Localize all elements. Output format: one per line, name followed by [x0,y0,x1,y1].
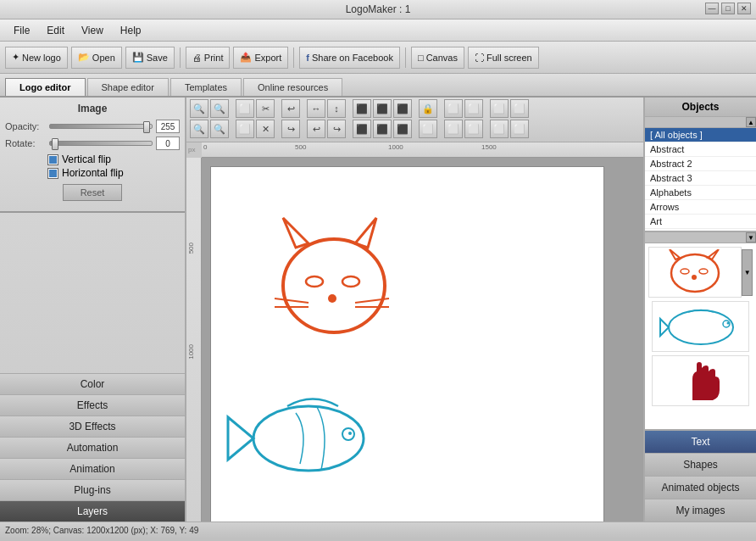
svg-line-6 [275,298,309,303]
canvas-button[interactable]: □ Canvas [411,47,464,69]
animation-panel-button[interactable]: Animation [0,458,185,479]
cat-object[interactable] [275,218,389,332]
obj-item-art2[interactable]: Art 2 [645,229,756,231]
ruler-v-1000: 1000 [187,344,195,360]
svg-point-10 [253,406,364,471]
export-button[interactable]: 📤 Export [233,47,288,69]
order-front-tool[interactable]: ⬛ [353,120,371,138]
minimize-button[interactable]: — [705,3,719,14]
obj-item-abstract2[interactable]: Abstract 2 [645,157,756,171]
obj-item-alphabets[interactable]: Alphabets [645,186,756,200]
svg-point-29 [669,310,733,344]
tab-bar: Logo editor Shape editor Templates Onlin… [0,74,756,98]
thumb-1[interactable] [648,247,742,298]
3d-effects-panel-button[interactable]: 3D Effects [0,416,185,437]
canvas-white[interactable] [210,166,604,521]
color-panel-button[interactable]: Color [0,373,185,394]
menu-edit[interactable]: Edit [38,22,73,39]
copy-tool[interactable]: ⬜ [236,99,254,118]
toolbar-sep-2 [293,47,294,68]
objects-list[interactable]: [ All objects ] Abstract Abstract 2 Abst… [645,128,756,231]
menu-help[interactable]: Help [112,22,150,39]
svg-marker-30 [660,319,669,336]
align-left-tool[interactable]: ⬛ [353,99,371,118]
obj-item-arrows[interactable]: Arrows [645,200,756,215]
group-tool[interactable]: ⬜ [444,99,463,118]
opacity-slider[interactable] [49,124,153,129]
svg-marker-24 [670,249,680,259]
tab-online-resources[interactable]: Online resources [243,78,342,96]
tab-logo-editor[interactable]: Logo editor [5,78,86,96]
layers-panel-button[interactable]: Layers [0,500,185,521]
effects-panel-button[interactable]: Effects [0,394,185,416]
rotate-l-tool[interactable]: ↩ [307,120,325,138]
fish-object[interactable] [228,399,364,471]
reset-button[interactable]: Reset [63,184,123,201]
cut-tool[interactable]: ✂ [256,99,275,118]
zoom-fit-tool[interactable]: 🔍 [190,120,208,138]
window-controls[interactable]: — □ ✕ [705,3,751,14]
flip-v-tool[interactable]: ↕ [327,99,346,118]
my-images-category-button[interactable]: My images [645,499,756,521]
menu-file[interactable]: File [5,22,38,39]
ungroup-tool[interactable]: ⬜ [464,99,483,118]
lock-tool[interactable]: 🔒 [419,99,437,118]
save-button[interactable]: 💾 Save [125,47,175,69]
dist-h-tool[interactable]: ⬜ [444,120,463,138]
obj-item-art[interactable]: Art [645,215,756,229]
align-center-tool[interactable]: ⬛ [373,99,392,118]
rotate-r-tool[interactable]: ↪ [327,120,346,138]
close-button[interactable]: ✕ [737,3,751,14]
obj-item-abstract[interactable]: Abstract [645,142,756,157]
size-w-tool[interactable]: ⬜ [490,120,509,138]
vertical-flip-checkbox[interactable] [47,154,58,165]
print-button[interactable]: 🖨 Print [186,47,231,69]
size-h-tool[interactable]: ⬜ [510,120,529,138]
dist-v-tool[interactable]: ⬜ [464,120,483,138]
obj-list-scroll-up[interactable]: ▲ [746,117,756,127]
zoom-in-tool[interactable]: 🔍 [190,99,208,118]
new-logo-button[interactable]: ✦ New logo [5,47,68,69]
undo-tool[interactable]: ↩ [281,99,300,118]
zoom-actual-tool[interactable]: 🔍 [210,120,229,138]
tab-templates[interactable]: Templates [170,78,242,96]
horizontal-flip-checkbox[interactable] [47,168,58,179]
share-facebook-button[interactable]: f Share on Facebook [299,47,400,69]
obj-item-all[interactable]: [ All objects ] [645,128,756,142]
image-section: Image Opacity: 255 Rotate: 0 Vertical fl… [0,98,185,213]
shadow-tool[interactable]: ⬜ [419,120,437,138]
rotate-slider[interactable] [49,141,153,146]
thumb-scroll[interactable]: ▼ [742,249,753,296]
text-category-button[interactable]: Text [645,430,756,453]
thumb-3[interactable] [652,355,749,406]
opacity-label: Opacity: [5,121,46,131]
obj-list-scroll-down[interactable]: ▼ [746,232,756,243]
shapes-category-button[interactable]: Shapes [645,453,756,476]
align-right-tool[interactable]: ⬛ [393,99,412,118]
animated-objects-category-button[interactable]: Animated objects [645,476,756,499]
fullscreen-button[interactable]: ⛶ Full screen [468,47,539,69]
open-icon: 📂 [78,52,90,63]
canvas-icon: □ [418,53,424,63]
save-icon: 💾 [132,52,144,63]
flip-h-tool[interactable]: ↔ [307,99,325,118]
canvas-inner[interactable] [202,158,643,521]
open-button[interactable]: 📂 Open [71,47,122,69]
delete-tool[interactable]: ✕ [256,120,275,138]
plugins-panel-button[interactable]: Plug-ins [0,479,185,500]
redo-tool[interactable]: ↪ [281,120,300,138]
transform2-tool[interactable]: ⬜ [510,99,529,118]
thumb-2[interactable] [652,301,749,352]
order-back-tool[interactable]: ⬛ [373,120,392,138]
automation-panel-button[interactable]: Automation [0,437,185,458]
order-fwd-tool[interactable]: ⬛ [393,120,412,138]
left-panel: Image Opacity: 255 Rotate: 0 Vertical fl… [0,98,186,521]
transform-tool[interactable]: ⬜ [490,99,509,118]
tab-shape-editor[interactable]: Shape editor [87,78,169,96]
menu-view[interactable]: View [73,22,112,39]
maximize-button[interactable]: □ [721,3,735,14]
zoom-out-tool[interactable]: 🔍 [210,99,229,118]
paste-tool[interactable]: ⬜ [236,120,254,138]
obj-item-abstract3[interactable]: Abstract 3 [645,171,756,186]
vertical-ruler: 500 1000 [186,158,202,521]
